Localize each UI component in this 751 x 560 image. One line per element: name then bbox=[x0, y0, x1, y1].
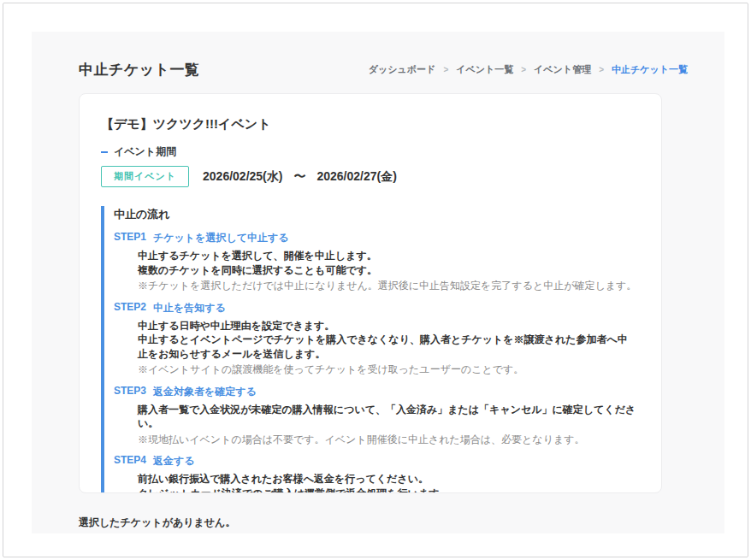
event-period-label-row: イベント期間 bbox=[101, 144, 637, 159]
step2-line: 中止するとイベントページでチケットを購入できなくなり、購入者とチケットを※譲渡さ… bbox=[138, 333, 637, 361]
step1-line: 複数のチケットを同時に選択することも可能です。 bbox=[138, 263, 637, 278]
step2-line: 中止する日時や中止理由を設定できます。 bbox=[138, 319, 637, 333]
event-title: 【デモ】ツクツク!!!イベント bbox=[101, 116, 637, 133]
step3-heading: 返金対象者を確定する bbox=[153, 385, 257, 399]
event-period-row: 期間イベント 2026/02/25(水) 〜 2026/02/27(金) bbox=[101, 166, 637, 187]
flow-title: 中止の流れ bbox=[114, 207, 637, 222]
page-header: 中止チケット一覧 ダッシュボード > イベント一覧 > イベント管理 > 中止チ… bbox=[32, 32, 724, 80]
cancellation-flow-section: 中止の流れ STEP1 チケットを選択して中止する 中止するチケットを選択して、… bbox=[101, 206, 637, 493]
step2-note: ※イベントサイトの譲渡機能を使ってチケットを受け取ったユーザーのことです。 bbox=[138, 363, 637, 377]
breadcrumb-separator-icon: > bbox=[443, 65, 448, 74]
step1-line: 中止するチケットを選択して、開催を中止します。 bbox=[138, 249, 637, 263]
step4-line: 前払い銀行振込で購入されたお客様へ返金を行ってください。 bbox=[138, 472, 637, 486]
page-panel: 中止チケット一覧 ダッシュボード > イベント一覧 > イベント管理 > 中止チ… bbox=[32, 32, 724, 533]
period-start-date: 2026/02/25(水) bbox=[203, 169, 282, 185]
breadcrumb-separator-icon: > bbox=[521, 65, 526, 74]
breadcrumb: ダッシュボード > イベント一覧 > イベント管理 > 中止チケット一覧 bbox=[369, 63, 688, 76]
event-period-label: イベント期間 bbox=[114, 144, 176, 159]
breadcrumb-current: 中止チケット一覧 bbox=[612, 63, 688, 76]
flow-step-3: STEP3 返金対象者を確定する 購入者一覧で入金状況が未確定の購入情報について… bbox=[114, 385, 637, 447]
flow-step-2: STEP2 中止を告知する 中止する日時や中止理由を設定できます。 中止するとイ… bbox=[114, 301, 637, 377]
step1-label: STEP1 bbox=[114, 231, 146, 245]
step2-label: STEP2 bbox=[114, 301, 146, 315]
event-period-dates: 2026/02/25(水) 〜 2026/02/27(金) bbox=[203, 169, 397, 185]
breadcrumb-dashboard[interactable]: ダッシュボード bbox=[369, 63, 436, 76]
event-card: 【デモ】ツクツク!!!イベント イベント期間 期間イベント 2026/02/25… bbox=[79, 93, 662, 493]
no-selected-ticket-message: 選択したチケットがありません。 bbox=[79, 516, 724, 530]
window-frame: 中止チケット一覧 ダッシュボード > イベント一覧 > イベント管理 > 中止チ… bbox=[3, 3, 748, 557]
step3-label: STEP3 bbox=[114, 385, 146, 399]
flow-step-4: STEP4 返金する 前払い銀行振込で購入されたお客様へ返金を行ってください。 … bbox=[114, 454, 637, 493]
period-type-badge: 期間イベント bbox=[101, 166, 189, 187]
breadcrumb-event-manage[interactable]: イベント管理 bbox=[534, 63, 591, 76]
step1-note: ※チケットを選択しただけでは中止になりません。選択後に中止告知設定を完了すると中… bbox=[138, 279, 637, 293]
step1-heading: チケットを選択して中止する bbox=[153, 231, 289, 245]
step2-heading: 中止を告知する bbox=[153, 301, 226, 315]
period-tilde-separator: 〜 bbox=[293, 169, 305, 185]
breadcrumb-event-list[interactable]: イベント一覧 bbox=[456, 63, 513, 76]
period-end-date: 2026/02/27(金) bbox=[316, 169, 396, 185]
breadcrumb-separator-icon: > bbox=[599, 65, 604, 74]
page-title: 中止チケット一覧 bbox=[79, 60, 200, 80]
step4-line: クレジットカード決済でのご購入は運営側で返金処理を行います。 bbox=[138, 486, 637, 493]
step3-line: 購入者一覧で入金状況が未確定の購入情報について、「入金済み」または「キャンセル」… bbox=[138, 403, 637, 431]
step4-heading: 返金する bbox=[153, 454, 195, 469]
flow-step-1: STEP1 チケットを選択して中止する 中止するチケットを選択して、開催を中止し… bbox=[114, 231, 637, 293]
step4-label: STEP4 bbox=[114, 454, 146, 469]
step3-note: ※現地払いイベントの場合は不要です。イベント開催後に中止された場合は、必要となり… bbox=[138, 433, 637, 447]
dash-icon bbox=[101, 151, 108, 153]
